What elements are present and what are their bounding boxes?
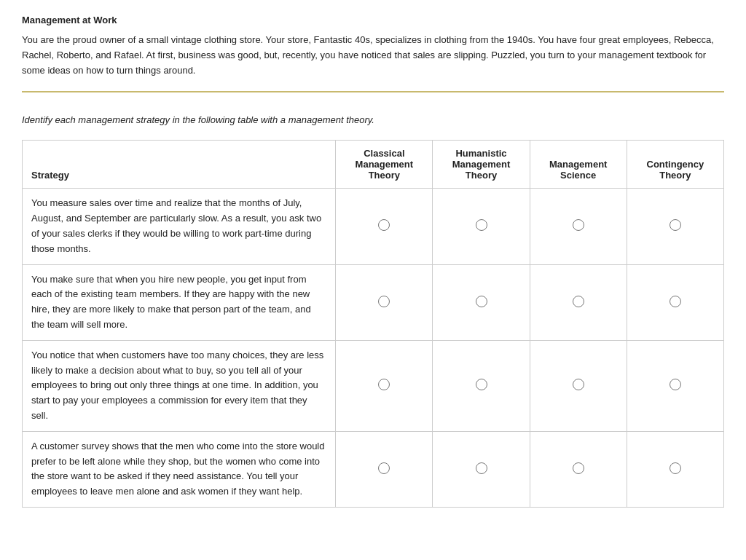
radio-cell-3-science[interactable] [530, 340, 627, 431]
radio-4-contingency[interactable] [670, 462, 681, 474]
strategy-text-3: You notice that when customers have too … [23, 340, 336, 431]
col-header-humanistic: HumanisticManagementTheory [433, 141, 530, 189]
radio-1-science[interactable] [573, 219, 584, 231]
radio-1-contingency[interactable] [670, 219, 681, 231]
instruction-text: Identify each management strategy in the… [22, 114, 724, 125]
radio-cell-4-classical[interactable] [336, 431, 433, 507]
radio-3-contingency[interactable] [670, 379, 681, 390]
radio-3-classical[interactable] [378, 379, 390, 390]
col-header-science: ManagementScience [530, 141, 627, 189]
radio-4-classical[interactable] [378, 462, 390, 474]
radio-2-classical[interactable] [378, 296, 390, 307]
radio-2-humanistic[interactable] [476, 296, 487, 307]
table-row: You measure sales over time and realize … [23, 189, 724, 264]
radio-cell-4-science[interactable] [530, 431, 627, 507]
radio-1-classical[interactable] [378, 219, 390, 231]
radio-cell-1-humanistic[interactable] [433, 189, 530, 264]
radio-3-science[interactable] [573, 379, 584, 390]
radio-cell-4-contingency[interactable] [627, 431, 723, 507]
radio-cell-3-humanistic[interactable] [433, 340, 530, 431]
radio-4-science[interactable] [573, 462, 584, 474]
strategy-text-1: You measure sales over time and realize … [23, 189, 336, 264]
radio-cell-2-classical[interactable] [336, 264, 433, 340]
table-row: You notice that when customers have too … [23, 340, 724, 431]
radio-cell-3-classical[interactable] [336, 340, 433, 431]
radio-2-science[interactable] [573, 296, 584, 307]
intro-text: You are the proud owner of a small vinta… [22, 33, 724, 78]
strategy-text-4: A customer survey shows that the men who… [23, 431, 336, 507]
table-row: You make sure that when you hire new peo… [23, 264, 724, 340]
radio-1-humanistic[interactable] [476, 219, 487, 231]
table-row: A customer survey shows that the men who… [23, 431, 724, 507]
col-header-contingency: ContingencyTheory [627, 141, 723, 189]
radio-cell-3-contingency[interactable] [627, 340, 723, 431]
divider [22, 91, 724, 92]
title: Management at Work [22, 15, 724, 25]
radio-2-contingency[interactable] [670, 296, 681, 307]
strategy-text-2: You make sure that when you hire new peo… [23, 264, 336, 340]
radio-cell-2-science[interactable] [530, 264, 627, 340]
radio-3-humanistic[interactable] [476, 379, 487, 390]
radio-cell-1-science[interactable] [530, 189, 627, 264]
radio-cell-4-humanistic[interactable] [433, 431, 530, 507]
radio-cell-2-contingency[interactable] [627, 264, 723, 340]
radio-cell-1-contingency[interactable] [627, 189, 723, 264]
radio-cell-1-classical[interactable] [336, 189, 433, 264]
radio-cell-2-humanistic[interactable] [433, 264, 530, 340]
management-table: Strategy ClassicalManagementTheory Human… [22, 140, 724, 508]
radio-4-humanistic[interactable] [476, 462, 487, 474]
col-header-strategy: Strategy [23, 141, 336, 189]
col-header-classical: ClassicalManagementTheory [336, 141, 433, 189]
